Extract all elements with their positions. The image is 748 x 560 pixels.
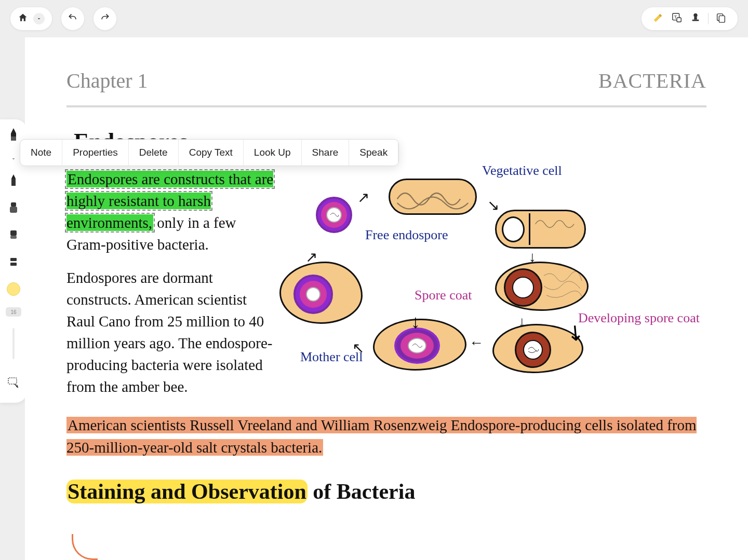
selection-context-menu: Note Properties Delete Copy Text Look Up… [20, 139, 399, 166]
svg-rect-13 [10, 236, 17, 239]
color-swatch[interactable] [7, 282, 20, 296]
heading-rest: of Bacteria [308, 480, 416, 503]
mother-cell-shape: ↓ [373, 319, 466, 371]
pencil-tool[interactable] [6, 174, 21, 190]
chapter-topic: BACTERIA [598, 69, 706, 93]
menu-properties[interactable]: Properties [62, 140, 129, 166]
highlighter-icon [652, 12, 664, 25]
undo-icon [68, 12, 78, 25]
top-toolbar: T [0, 0, 748, 37]
developing-spore-shape [495, 262, 589, 311]
svg-rect-7 [719, 16, 725, 22]
heading-staining: Staining and Observation of Bacteria [66, 479, 706, 504]
stamp-tool[interactable] [686, 11, 705, 26]
stroke-size-chip[interactable]: 16 [6, 307, 21, 317]
paragraph-3[interactable]: American scientists Russell Vreeland and… [66, 414, 706, 458]
chevron-down-icon [10, 155, 17, 164]
text-column: Endospores are constructs that are highl… [66, 168, 274, 409]
pages-tool[interactable] [712, 11, 730, 26]
svg-rect-11 [10, 207, 17, 213]
arrow-icon: ↘ [487, 197, 499, 214]
svg-rect-5 [692, 20, 699, 21]
toolbar-right-group: T [642, 7, 738, 30]
svg-rect-8 [11, 136, 16, 141]
label-developing-spore-coat: Developing spore coat [578, 311, 700, 326]
dividing-cell-shape [495, 210, 586, 249]
toolbar-divider [708, 13, 709, 24]
arrow-icon: ← [469, 334, 484, 351]
pages-icon [715, 12, 727, 25]
marker-icon [9, 202, 18, 216]
toolbar-left-group [10, 7, 116, 30]
svg-rect-10 [11, 202, 16, 207]
svg-rect-12 [10, 230, 17, 236]
shape-tool[interactable] [6, 255, 21, 271]
label-vegetative-cell: Vegetative cell [482, 163, 562, 179]
eraser-icon [9, 229, 18, 243]
pencil-icon [9, 174, 18, 190]
free-endospore-shape [316, 197, 352, 233]
menu-copy-text[interactable]: Copy Text [179, 140, 244, 166]
stroke-size-slider[interactable] [12, 328, 15, 359]
paragraph-1[interactable]: Endospores are constructs that are highl… [66, 168, 274, 255]
text-tool[interactable]: T [667, 11, 686, 26]
pen-size-dropdown[interactable] [6, 156, 21, 163]
text-tool-icon: T [671, 12, 683, 25]
lasso-select-tool[interactable] [6, 376, 21, 391]
home-dropdown-button[interactable] [10, 7, 52, 30]
label-spore-coat: Spore coat [415, 288, 472, 303]
spore-coat-blob-right: ↘ [492, 324, 583, 373]
chevron-down-icon [33, 13, 45, 24]
document-page: Chapter 1 BACTERIA Endospores Endospores… [25, 37, 748, 560]
menu-note[interactable]: Note [20, 140, 62, 166]
highlighted-heading-yellow: Staining and Observation [66, 480, 308, 503]
menu-speak[interactable]: Speak [349, 140, 398, 166]
pen-icon [8, 128, 19, 145]
ruler-icon [9, 257, 18, 269]
svg-point-3 [693, 13, 697, 17]
released-spore-host [279, 262, 363, 324]
arrow-icon: ↗ [357, 189, 369, 206]
pen-tool[interactable] [6, 129, 21, 144]
svg-rect-14 [10, 258, 17, 261]
menu-delete[interactable]: Delete [129, 140, 179, 166]
home-icon [18, 12, 28, 25]
highlighter-tool[interactable] [649, 11, 667, 26]
redo-icon [100, 12, 110, 25]
menu-share[interactable]: Share [302, 140, 350, 166]
highlighted-text-orange[interactable]: American scientists Russell Vreeland and… [66, 417, 697, 455]
lasso-select-icon [7, 377, 20, 390]
redo-button[interactable] [94, 7, 116, 30]
menu-look-up[interactable]: Look Up [244, 140, 302, 166]
svg-rect-15 [10, 263, 17, 266]
svg-rect-2 [677, 18, 681, 22]
marker-tool[interactable] [6, 201, 21, 217]
content-row: Endospores are constructs that are highl… [66, 168, 706, 409]
page-header: Chapter 1 BACTERIA [66, 69, 706, 107]
handdrawn-bracket [72, 534, 98, 560]
svg-rect-4 [694, 17, 697, 20]
endospore-diagram: Vegetative cell Free endospore Spore coa… [285, 168, 706, 409]
vegetative-cell-shape [389, 179, 477, 215]
eraser-tool[interactable] [6, 228, 21, 244]
svg-rect-16 [8, 378, 17, 384]
paragraph-2[interactable]: Endospores are dormant constructs. Ameri… [66, 267, 274, 398]
chapter-label: Chapter 1 [66, 69, 148, 93]
arrow-icon: ↖ [352, 339, 364, 357]
label-free-endospore: Free endospore [365, 228, 448, 243]
undo-button[interactable] [61, 7, 84, 30]
stamp-icon [690, 12, 701, 25]
svg-rect-9 [11, 179, 16, 186]
